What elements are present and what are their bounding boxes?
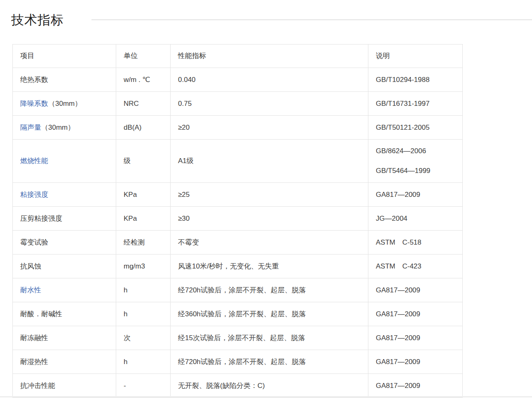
- item-link[interactable]: 燃烧性能: [20, 157, 48, 165]
- unit-cell: 级: [116, 140, 171, 183]
- item-cell: 压剪粘接强度: [13, 207, 116, 231]
- item-text: 耐湿热性: [20, 358, 48, 366]
- column-header-description: 说明: [368, 44, 463, 68]
- item-cell: 粘接强度: [13, 183, 116, 207]
- spec-table-body: 绝热系数w/m . ℃0.040GB/T10294-1988降噪系数（30mm）…: [13, 68, 463, 398]
- description-line: ASTM C-423: [376, 262, 457, 271]
- column-header-performance: 性能指标: [171, 44, 368, 68]
- unit-cell: h: [116, 278, 171, 302]
- spec-table-header: 项目单位性能指标说明: [13, 44, 463, 68]
- unit-cell: NRC: [116, 92, 171, 116]
- performance-cell: 经360h试验后，涂层不开裂、起层、脱落: [171, 302, 368, 326]
- page: 技术指标 项目单位性能指标说明 绝热系数w/m . ℃0.040GB/T1029…: [0, 0, 532, 418]
- unit-cell: h: [116, 302, 171, 326]
- performance-cell: 0.040: [171, 68, 368, 92]
- item-text: 压剪粘接强度: [20, 215, 62, 222]
- description-line: GA817—2009: [376, 285, 457, 295]
- item-text: 霉变试验: [20, 238, 48, 246]
- item-cell: 绝热系数: [13, 68, 116, 92]
- header-row: 项目单位性能指标说明: [13, 44, 463, 68]
- item-link[interactable]: 粘接强度: [20, 191, 48, 198]
- table-row: 耐酸．耐碱性h经360h试验后，涂层不开裂、起层、脱落GA817—2009: [13, 302, 463, 326]
- item-link[interactable]: 降噪系数: [20, 100, 48, 107]
- description-cell: GB/T10294-1988: [368, 68, 463, 92]
- section-bottom-divider: [0, 396, 532, 397]
- performance-cell: A1级: [171, 140, 368, 183]
- description-cell: GA817—2009: [368, 183, 463, 207]
- item-text: （30mm）: [48, 100, 82, 107]
- description-cell: GA817—2009: [368, 350, 463, 374]
- unit-cell: dB(A): [116, 116, 171, 140]
- item-text: 耐酸．耐碱性: [20, 310, 62, 318]
- unit-cell: h: [116, 350, 171, 374]
- unit-cell: 经检测: [116, 231, 171, 255]
- item-text: 绝热系数: [20, 76, 48, 84]
- page-title: 技术指标: [11, 12, 64, 29]
- item-cell: 耐湿热性: [13, 350, 116, 374]
- item-text: 抗冲击性能: [20, 382, 55, 390]
- performance-cell: 经720h试验后，涂层不开裂、起层、脱落: [171, 350, 368, 374]
- performance-cell: 无开裂、脱落(缺陷分类：C): [171, 374, 368, 398]
- item-cell: 抗风蚀: [13, 255, 116, 278]
- item-cell: 燃烧性能: [13, 140, 116, 183]
- unit-cell: mg/m3: [116, 255, 171, 278]
- performance-cell: ≥30: [171, 207, 368, 231]
- table-row: 抗风蚀mg/m3风速10米/秒时，无变化、无失重ASTM C-423: [13, 255, 463, 278]
- description-line: GA817—2009: [376, 190, 457, 200]
- description-line: GB/T5464—1999: [376, 166, 457, 176]
- item-text: 耐冻融性: [20, 334, 48, 342]
- performance-cell: ≥20: [171, 116, 368, 140]
- item-link[interactable]: 隔声量: [20, 124, 41, 131]
- description-cell: ASTM C-518: [368, 231, 463, 255]
- table-row: 耐冻融性次经15次试验后，涂层不开裂、起层、脱落GA817—2009: [13, 326, 463, 350]
- column-header-unit: 单位: [116, 44, 171, 68]
- description-line: GA817—2009: [376, 309, 457, 319]
- description-cell: GB/8624—2006GB/T5464—1999: [368, 140, 463, 183]
- item-cell: 耐酸．耐碱性: [13, 302, 116, 326]
- unit-cell: w/m . ℃: [116, 68, 171, 92]
- description-cell: GA817—2009: [368, 326, 463, 350]
- description-line: JG—2004: [376, 214, 457, 224]
- description-cell: JG—2004: [368, 207, 463, 231]
- description-line: GA817—2009: [376, 333, 457, 343]
- unit-cell: -: [116, 374, 171, 398]
- table-row: 霉变试验经检测不霉变ASTM C-518: [13, 231, 463, 255]
- performance-cell: 经15次试验后，涂层不开裂、起层、脱落: [171, 326, 368, 350]
- item-cell: 霉变试验: [13, 231, 116, 255]
- table-row: 抗冲击性能-无开裂、脱落(缺陷分类：C)GA817—2009: [13, 374, 463, 398]
- table-row: 粘接强度KPa≥25GA817—2009: [13, 183, 463, 207]
- table-row: 降噪系数（30mm）NRC0.75GB/T16731-1997: [13, 92, 463, 116]
- description-line: GB/T50121-2005: [376, 123, 457, 133]
- title-divider: [91, 19, 532, 20]
- performance-cell: 经720h试验后，涂层不开裂、起层、脱落: [171, 278, 368, 302]
- spec-table: 项目单位性能指标说明 绝热系数w/m . ℃0.040GB/T10294-198…: [12, 44, 463, 398]
- description-line: GA817—2009: [376, 357, 457, 367]
- description-line: GB/T16731-1997: [376, 99, 457, 109]
- item-cell: 隔声量（30mm）: [13, 116, 116, 140]
- table-row: 耐水性h经720h试验后，涂层不开裂、起层、脱落GA817—2009: [13, 278, 463, 302]
- description-line: GA817—2009: [376, 381, 457, 391]
- item-link[interactable]: 耐水性: [20, 286, 41, 294]
- description-line: GB/8624—2006: [376, 146, 457, 156]
- item-text: 抗风蚀: [20, 262, 41, 270]
- table-row: 耐湿热性h经720h试验后，涂层不开裂、起层、脱落GA817—2009: [13, 350, 463, 374]
- performance-cell: ≥25: [171, 183, 368, 207]
- description-cell: ASTM C-423: [368, 255, 463, 278]
- table-row: 绝热系数w/m . ℃0.040GB/T10294-1988: [13, 68, 463, 92]
- description-line: GB/T10294-1988: [376, 75, 457, 85]
- description-cell: GA817—2009: [368, 302, 463, 326]
- description-cell: GB/T50121-2005: [368, 116, 463, 140]
- unit-cell: KPa: [116, 207, 171, 231]
- performance-cell: 风速10米/秒时，无变化、无失重: [171, 255, 368, 278]
- column-header-item: 项目: [13, 44, 116, 68]
- item-cell: 耐水性: [13, 278, 116, 302]
- table-row: 压剪粘接强度KPa≥30JG—2004: [13, 207, 463, 231]
- performance-cell: 不霉变: [171, 231, 368, 255]
- unit-cell: 次: [116, 326, 171, 350]
- unit-cell: KPa: [116, 183, 171, 207]
- description-cell: GA817—2009: [368, 374, 463, 398]
- description-cell: GB/T16731-1997: [368, 92, 463, 116]
- item-text: （30mm）: [41, 124, 75, 131]
- performance-cell: 0.75: [171, 92, 368, 116]
- table-row: 燃烧性能级A1级GB/8624—2006GB/T5464—1999: [13, 140, 463, 183]
